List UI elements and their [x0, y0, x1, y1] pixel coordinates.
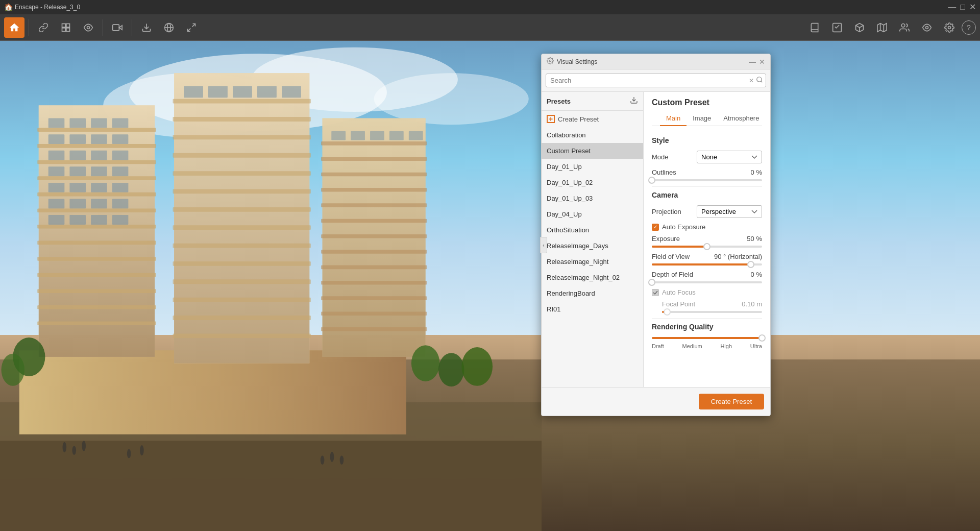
svg-rect-78	[173, 99, 311, 104]
svg-rect-40	[91, 151, 107, 160]
settings-btn[interactable]	[939, 17, 960, 38]
search-input[interactable]	[546, 74, 766, 87]
exposure-label: Exposure	[652, 235, 693, 243]
svg-rect-107	[321, 266, 427, 270]
svg-rect-101	[321, 173, 427, 177]
home-btn[interactable]	[4, 17, 24, 38]
quality-track[interactable]	[652, 337, 762, 339]
focal-point-row: Focal Point 0.10 m	[652, 300, 762, 313]
focal-point-slider[interactable]	[662, 311, 762, 313]
auto-focus-checkbox[interactable]	[652, 289, 659, 296]
search-icon[interactable]	[756, 76, 763, 85]
svg-rect-66	[37, 257, 156, 261]
svg-rect-65	[37, 241, 156, 245]
dof-slider[interactable]	[652, 281, 762, 283]
svg-rect-61	[37, 176, 156, 180]
help-btn[interactable]: ?	[962, 20, 976, 35]
bim-btn[interactable]	[56, 17, 76, 38]
preset-item-releasedays[interactable]: ReleaseImage_Days	[542, 238, 643, 254]
close-btn[interactable]: ✕	[969, 3, 976, 11]
panel-close-btn[interactable]: ✕	[759, 58, 765, 66]
preset-item-day04up[interactable]: Day_04_Up	[542, 206, 643, 222]
tab-sky[interactable]: Sky	[765, 111, 770, 126]
svg-rect-62	[37, 192, 156, 197]
video-btn[interactable]	[107, 17, 128, 38]
preset-item-day01up02[interactable]: Day_01_Up_02	[542, 175, 643, 190]
view-btn[interactable]	[78, 17, 99, 38]
svg-rect-99	[321, 141, 427, 146]
svg-rect-47	[69, 183, 86, 192]
map-btn[interactable]	[872, 17, 892, 38]
preset-label: ReleaseImage_Night_02	[547, 274, 620, 281]
quality-medium: Medium	[682, 343, 702, 349]
auto-exposure-label: Auto Exposure	[662, 223, 705, 231]
auto-exposure-checkbox[interactable]: ✓	[652, 224, 659, 231]
focal-point-track	[662, 311, 762, 313]
current-preset-name: Custom Preset	[652, 98, 762, 107]
presets-header: Presets	[542, 92, 643, 111]
preset-item-collaboration[interactable]: Collaboration	[542, 127, 643, 143]
outlines-slider[interactable]	[652, 179, 762, 181]
preset-item-ri01[interactable]: RI01	[542, 301, 643, 317]
tab-image[interactable]: Image	[687, 111, 717, 126]
toolbar: ?	[0, 14, 980, 41]
svg-rect-43	[69, 166, 86, 176]
preset-item-custom[interactable]: Custom Preset	[542, 143, 643, 159]
preset-item-orthosituation[interactable]: OrthoSituation	[542, 222, 643, 238]
auto-exposure-row: ✓ Auto Exposure	[652, 223, 762, 231]
svg-rect-74	[208, 86, 228, 98]
viewport	[0, 41, 980, 531]
render-btn[interactable]	[827, 17, 847, 38]
svg-rect-102	[321, 188, 427, 192]
maximize-btn[interactable]: □	[960, 3, 965, 11]
3d-btn[interactable]	[849, 17, 870, 38]
exposure-slider[interactable]	[652, 246, 762, 248]
quality-high: High	[720, 343, 732, 349]
collab-btn[interactable]	[894, 17, 915, 38]
camera-section-title: Camera	[652, 191, 762, 199]
create-preset-item[interactable]: + Create Preset	[542, 111, 643, 127]
eye-btn[interactable]	[917, 17, 937, 38]
mode-label: Mode	[652, 153, 693, 161]
tab-atmosphere[interactable]: Atmosphere	[717, 111, 765, 126]
projection-row: Projection Perspective Orthographic	[652, 205, 762, 218]
preset-item-releasenight[interactable]: ReleaseImage_Night	[542, 254, 643, 270]
panel-collapse-btn[interactable]: ‹	[540, 237, 547, 253]
create-preset-label: Create Preset	[558, 115, 599, 123]
clear-search-icon[interactable]: ✕	[749, 77, 754, 84]
dof-header: Depth of Field 0 %	[652, 271, 762, 278]
svg-rect-85	[173, 225, 311, 230]
create-preset-btn[interactable]: Create Preset	[699, 394, 764, 409]
sphere-btn[interactable]	[159, 17, 179, 38]
svg-rect-55	[69, 215, 86, 225]
svg-rect-50	[48, 199, 65, 208]
svg-rect-108	[321, 281, 427, 285]
quality-slider-area: Draft Medium High Ultra	[652, 337, 762, 349]
svg-rect-57	[112, 215, 129, 225]
minimize-btn[interactable]: —	[948, 3, 956, 11]
export2-btn[interactable]	[181, 17, 202, 38]
svg-rect-96	[370, 131, 384, 140]
fov-slider[interactable]	[652, 263, 762, 266]
panel-title: Visual Settings	[557, 58, 746, 65]
svg-point-125	[549, 60, 551, 62]
window-controls: — □ ✕	[948, 3, 976, 11]
mode-select[interactable]: None Watercolor Sketch	[697, 151, 762, 163]
svg-rect-82	[173, 171, 311, 176]
preset-item-releasenight02[interactable]: ReleaseImage_Night_02	[542, 270, 643, 285]
download-presets-icon[interactable]	[630, 96, 638, 106]
preset-item-day01up03[interactable]: Day_01_Up_03	[542, 190, 643, 206]
link-btn[interactable]	[33, 17, 54, 38]
preset-item-day01up[interactable]: Day_01_Up	[542, 159, 643, 175]
tab-main[interactable]: Main	[660, 111, 687, 126]
preset-item-renderingboard[interactable]: RenderingBoard	[542, 285, 643, 301]
projection-select[interactable]: Perspective Orthographic	[697, 205, 762, 218]
library-btn[interactable]	[804, 17, 825, 38]
svg-rect-31	[69, 118, 86, 128]
export1-btn[interactable]	[136, 17, 157, 38]
svg-rect-51	[69, 199, 86, 208]
svg-rect-68	[37, 289, 156, 293]
svg-rect-105	[321, 234, 427, 238]
panel-minimize-btn[interactable]: —	[749, 58, 756, 66]
preset-label: Day_01_Up_03	[547, 195, 593, 202]
